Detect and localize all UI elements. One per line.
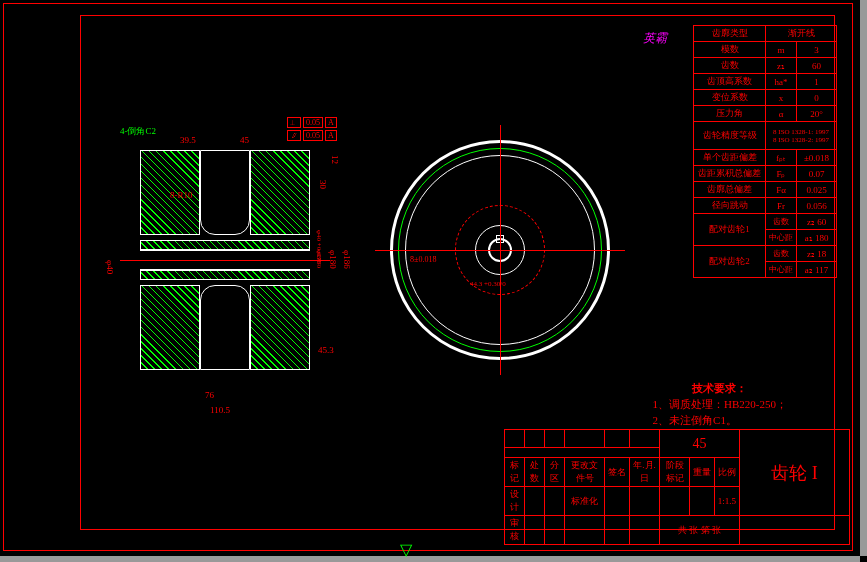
scrollbar-horizontal[interactable]: [0, 556, 860, 562]
tech-title: 技术要求：: [653, 380, 787, 396]
scrollbar-vertical[interactable]: [860, 0, 867, 556]
hatch-mid-bot: [140, 270, 310, 280]
gear-parameter-table: 齿廓类型 渐开线 模数m3 齿数z₁60 齿顶高系数ha*1 变位系数x0 压力…: [693, 25, 837, 278]
brand-label: 英霸: [643, 30, 667, 47]
hatch-top-right: [250, 150, 310, 235]
dim-76: 76: [205, 390, 214, 400]
dim-8r10: 8-R10: [170, 190, 193, 200]
dim-110-5: 110.5: [210, 405, 230, 415]
material-cell: 45: [660, 430, 740, 458]
front-centerline-v: [500, 125, 501, 375]
dim-phi186: φ186: [342, 250, 352, 269]
dim-phi180: φ180: [328, 250, 338, 269]
ucs-icon: ▽: [400, 540, 412, 559]
technical-requirements: 技术要求： 1、调质处理：HB220-250； 2、未注倒角C1。: [653, 380, 787, 428]
part-name-cell: 齿轮 I: [740, 430, 850, 516]
dim-keydepth: 44.3 +0.30/0: [470, 280, 506, 288]
dim-bore: φ40 +0.039/0: [315, 230, 323, 268]
param-header-2: 渐开线: [766, 26, 837, 42]
dim-keywidth: 8±0.018: [410, 255, 436, 264]
dim-12: 12: [330, 155, 340, 164]
section-view: [140, 150, 310, 370]
dim-45-3: 45.3: [318, 345, 334, 355]
dim-chamfer: 4-倒角C2: [120, 125, 156, 138]
title-block: 45 齿轮 I 标记处数分区更改文件号签名年.月.日 阶段标记重量比例 设计标准…: [504, 429, 850, 545]
dim-phi40: φ40: [105, 260, 115, 274]
param-header-1: 齿廓类型: [694, 26, 766, 42]
hatch-bot-right: [250, 285, 310, 370]
drawing-area: 4-倒角C2 39.5 45 8-R10 φ40 76 110.5 φ180 φ…: [100, 100, 630, 430]
gdt-frame: ⟂0.05A ⫽0.05A: [285, 115, 339, 143]
hatch-mid-top: [140, 240, 310, 250]
dim-45: 45: [240, 135, 249, 145]
hatch-bot-left: [140, 285, 200, 370]
slot-top: [200, 150, 250, 235]
dim-30: 30: [318, 180, 328, 189]
dim-39-5: 39.5: [180, 135, 196, 145]
tech-line-1: 1、调质处理：HB220-250；: [653, 396, 787, 412]
tech-line-2: 2、未注倒角C1。: [653, 412, 787, 428]
slot-bottom: [200, 285, 250, 370]
section-centerline-h: [120, 260, 330, 261]
